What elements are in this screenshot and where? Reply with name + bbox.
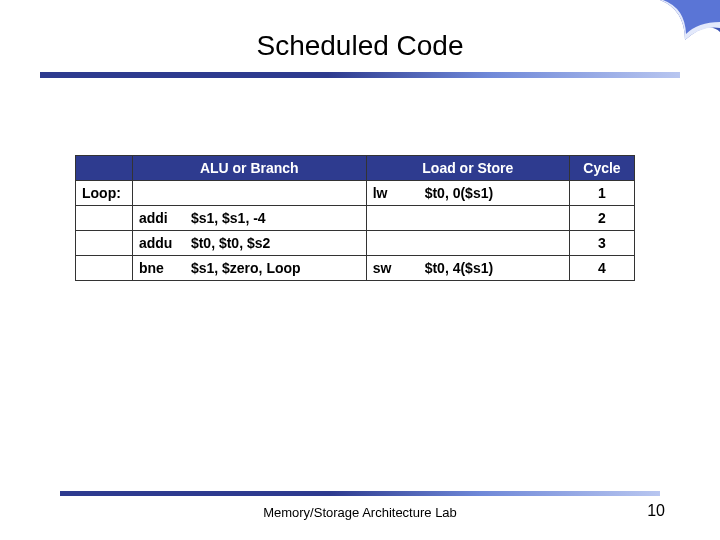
- cell-label: [76, 206, 133, 231]
- alu-args: $t0, $t0, $s2: [191, 235, 270, 251]
- cell-label: [76, 231, 133, 256]
- ls-args: $t0, 4($s1): [425, 260, 493, 276]
- cell-ls: sw $t0, 4($s1): [366, 256, 569, 281]
- table-header-row: ALU or Branch Load or Store Cycle: [76, 156, 635, 181]
- table-row: addi $s1, $s1, -4 2: [76, 206, 635, 231]
- cell-label: Loop:: [76, 181, 133, 206]
- header-label: [76, 156, 133, 181]
- cell-alu: addu $t0, $t0, $s2: [132, 231, 366, 256]
- cell-alu: [132, 181, 366, 206]
- cell-ls: [366, 206, 569, 231]
- table-row: Loop: lw $t0, 0($s1) 1: [76, 181, 635, 206]
- ls-op: lw: [373, 185, 415, 201]
- header-cycle: Cycle: [569, 156, 634, 181]
- footer-divider: [60, 491, 660, 496]
- alu-op: bne: [139, 260, 181, 276]
- cell-cycle: 3: [569, 231, 634, 256]
- alu-args: $s1, $s1, -4: [191, 210, 266, 226]
- cell-cycle: 2: [569, 206, 634, 231]
- page-title: Scheduled Code: [0, 30, 720, 62]
- title-divider: [40, 72, 680, 78]
- page-number: 10: [647, 502, 665, 520]
- header-alu: ALU or Branch: [132, 156, 366, 181]
- cell-cycle: 1: [569, 181, 634, 206]
- table-row: addu $t0, $t0, $s2 3: [76, 231, 635, 256]
- cell-alu: bne $s1, $zero, Loop: [132, 256, 366, 281]
- cell-cycle: 4: [569, 256, 634, 281]
- cell-ls: lw $t0, 0($s1): [366, 181, 569, 206]
- alu-args: $s1, $zero, Loop: [191, 260, 301, 276]
- header-ls: Load or Store: [366, 156, 569, 181]
- ls-args: $t0, 0($s1): [425, 185, 493, 201]
- cell-ls: [366, 231, 569, 256]
- scheduled-code-table: ALU or Branch Load or Store Cycle Loop: …: [75, 155, 635, 281]
- alu-op: addi: [139, 210, 181, 226]
- cell-alu: addi $s1, $s1, -4: [132, 206, 366, 231]
- ls-op: sw: [373, 260, 415, 276]
- footer-lab-label: Memory/Storage Architecture Lab: [0, 505, 720, 520]
- cell-label: [76, 256, 133, 281]
- table-row: bne $s1, $zero, Loop sw $t0, 4($s1) 4: [76, 256, 635, 281]
- alu-op: addu: [139, 235, 181, 251]
